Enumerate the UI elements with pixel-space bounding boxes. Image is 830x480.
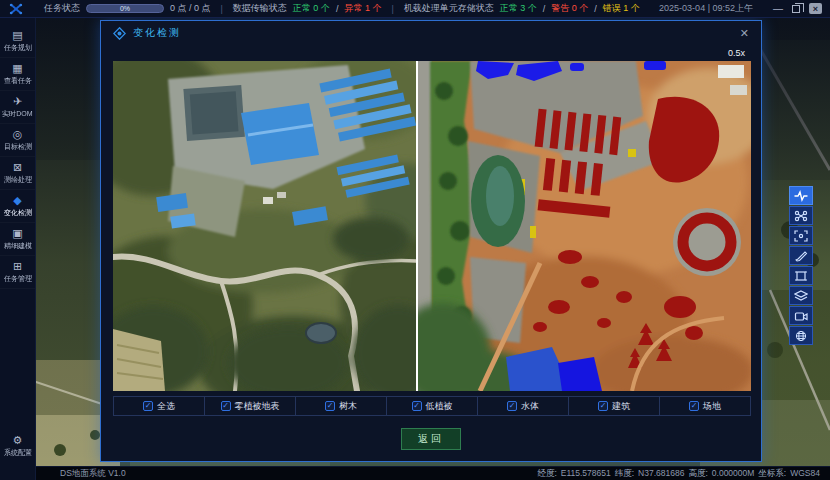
latitude-value: N37.681686: [638, 468, 684, 480]
altitude-label: 高度:: [688, 468, 707, 480]
sidebar-nav: ▤ 任务规划 ▦ 查看任务 ✈ 实时DOM ◎ 目标检测 ⊠ 测绘处理 ◆ 变化…: [0, 18, 36, 480]
filter-label: 树木: [339, 400, 357, 413]
realtime-dom-icon: ✈: [13, 95, 22, 107]
draw-icon[interactable]: [789, 246, 813, 265]
filter-label: 全选: [157, 400, 175, 413]
bottom-status-bar: DS地面系统 V1.0 经度: E115.578651 纬度: N37.6816…: [36, 466, 830, 480]
crs-label: 坐标系:: [758, 468, 786, 480]
wave-icon[interactable]: [789, 186, 813, 205]
sidebar-item-view-task[interactable]: ▦ 查看任务: [0, 58, 35, 91]
sidebar-item-label: 任务规划: [3, 44, 31, 52]
view-task-icon: ▦: [12, 62, 22, 74]
filter-building[interactable]: ✓ 建筑: [569, 397, 660, 415]
filter-water[interactable]: ✓ 水体: [478, 397, 569, 415]
change-detect-diamond-icon: [113, 27, 126, 40]
change-detection-modal: 变化检测 ✕ 0.5x: [100, 20, 762, 462]
filter-site[interactable]: ✓ 场地: [660, 397, 751, 415]
crs-value: WGS84: [790, 468, 820, 480]
focus-icon[interactable]: [789, 226, 813, 245]
storage-status-label: 机载处理单元存储状态: [404, 2, 494, 15]
image-compare-widget: [113, 61, 751, 391]
filter-label: 水体: [521, 400, 539, 413]
latitude-label: 纬度:: [615, 468, 634, 480]
sidebar-item-mapping-process[interactable]: ⊠ 测绘处理: [0, 157, 35, 190]
checkbox-checked-icon: ✓: [221, 401, 231, 411]
filter-bare-ground[interactable]: ✓ 零植被地表: [205, 397, 296, 415]
sidebar-item-label: 查看任务: [3, 77, 31, 85]
task-status-label: 任务状态: [44, 2, 80, 15]
checkbox-checked-icon: ✓: [143, 401, 153, 411]
sidebar-item-label: 目标检测: [3, 143, 31, 151]
after-classified-image: [418, 61, 751, 391]
checkbox-checked-icon: ✓: [325, 401, 335, 411]
task-planning-icon: ▤: [12, 29, 22, 41]
slash: /: [543, 4, 546, 14]
filter-trees[interactable]: ✓ 树木: [296, 397, 387, 415]
sidebar-item-label: 变化检测: [3, 209, 31, 217]
transfer-normal-count: 正常 0 个: [293, 2, 330, 15]
datetime-display: 2025-03-04 | 09:52上午: [659, 2, 753, 15]
task-points: 0 点 / 0 点: [170, 2, 211, 15]
filter-label: 建筑: [612, 400, 630, 413]
sidebar-item-label: 任务管理: [3, 275, 31, 283]
sidebar-item-label: 系统配置: [3, 449, 31, 457]
storage-warning-count: 警告 0 个: [551, 2, 588, 15]
sidebar-item-fine-modeling[interactable]: ▣ 精细建模: [0, 223, 35, 256]
target-detect-icon: ◎: [13, 128, 23, 140]
fine-modeling-icon: ▣: [12, 227, 22, 239]
coordinate-readout: 经度: E115.578651 纬度: N37.681686 高度: 0.000…: [537, 468, 820, 480]
checkbox-checked-icon: ✓: [689, 401, 699, 411]
crop-icon[interactable]: [789, 266, 813, 285]
close-window-icon[interactable]: ×: [809, 3, 822, 14]
transfer-status-label: 数据传输状态: [233, 2, 287, 15]
sidebar-item-task-manage[interactable]: ⊞ 任务管理: [0, 256, 35, 289]
filter-select-all[interactable]: ✓ 全选: [113, 397, 205, 415]
window-controls: — ×: [773, 3, 822, 14]
camera-icon[interactable]: [789, 306, 813, 325]
sidebar-item-label: 实时DOM: [2, 110, 33, 118]
category-filter-bar: ✓ 全选 ✓ 零植被地表 ✓ 树木 ✓ 低植被 ✓ 水体 ✓ 建筑: [113, 396, 751, 416]
gear-icon: ⚙: [13, 434, 23, 446]
checkbox-checked-icon: ✓: [598, 401, 608, 411]
checkbox-checked-icon: ✓: [412, 401, 422, 411]
close-icon[interactable]: ✕: [740, 27, 749, 40]
top-status-bar: 任务状态 0% 0 点 / 0 点 | 数据传输状态 正常 0 个 / 异常 1…: [0, 0, 830, 18]
maximize-icon[interactable]: [792, 5, 800, 13]
before-satellite-image: [113, 61, 416, 391]
app-version: DS地面系统 V1.0: [60, 468, 126, 480]
sidebar-item-label: 测绘处理: [3, 176, 31, 184]
storage-error-count: 错误 1 个: [603, 2, 640, 15]
task-progress-bar: 0%: [86, 4, 164, 13]
zoom-scale-label: 0.5x: [728, 48, 745, 58]
filter-low-vegetation[interactable]: ✓ 低植被: [387, 397, 478, 415]
sidebar-item-task-planning[interactable]: ▤ 任务规划: [0, 25, 35, 58]
back-button[interactable]: 返回: [401, 428, 461, 450]
filter-label: 低植被: [426, 400, 453, 413]
filter-label: 零植被地表: [235, 400, 280, 413]
layers-icon[interactable]: [789, 286, 813, 305]
sidebar-item-target-detect[interactable]: ◎ 目标检测: [0, 124, 35, 157]
sidebar-item-change-detect[interactable]: ◆ 变化检测: [0, 190, 35, 223]
longitude-value: E115.578651: [561, 468, 611, 480]
transfer-abnormal-count: 异常 1 个: [344, 2, 381, 15]
modal-title-bar: 变化检测 ✕: [101, 21, 761, 45]
drone-icon[interactable]: [789, 206, 813, 225]
slash: /: [336, 4, 339, 14]
filter-label: 场地: [703, 400, 721, 413]
storage-normal-count: 正常 3 个: [500, 2, 537, 15]
checkbox-checked-icon: ✓: [507, 401, 517, 411]
altitude-value: 0.000000M: [712, 468, 755, 480]
globe-icon[interactable]: [789, 326, 813, 345]
longitude-label: 经度:: [537, 468, 556, 480]
app-window: 任务状态 0% 0 点 / 0 点 | 数据传输状态 正常 0 个 / 异常 1…: [0, 0, 830, 480]
modal-title: 变化检测: [133, 26, 181, 40]
separator: |: [391, 4, 393, 14]
slash: /: [594, 4, 597, 14]
sidebar-item-system-config[interactable]: ⚙ 系统配置: [0, 430, 35, 462]
minimize-icon[interactable]: —: [773, 4, 783, 14]
task-manage-icon: ⊞: [13, 260, 22, 272]
app-logo-icon: [8, 2, 24, 16]
sidebar-item-realtime-dom[interactable]: ✈ 实时DOM: [0, 91, 35, 124]
sidebar-item-label: 精细建模: [3, 242, 31, 250]
map-toolbar: [789, 186, 813, 345]
